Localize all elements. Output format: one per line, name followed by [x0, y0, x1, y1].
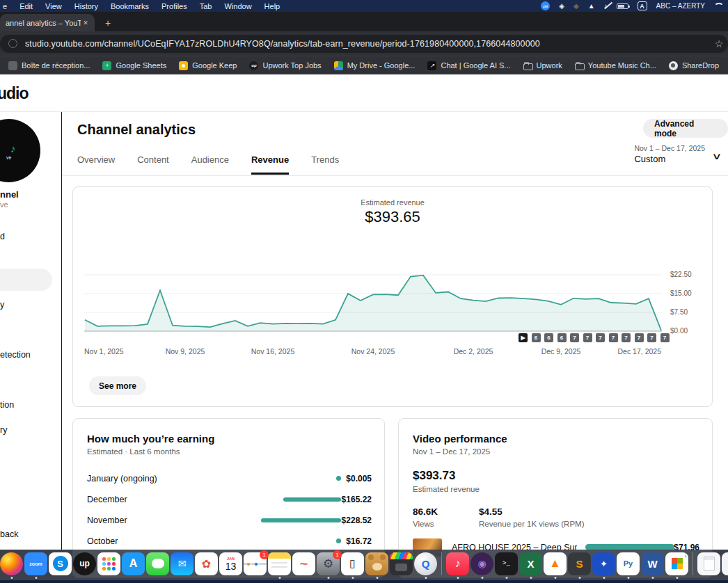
video-marker-badge[interactable]: 7: [583, 333, 592, 342]
dock-notes[interactable]: [268, 552, 291, 575]
bookmark-keep[interactable]: Google Keep: [179, 61, 237, 70]
dock-quicktime[interactable]: Q: [414, 552, 437, 575]
dock-sublime-text[interactable]: S: [568, 552, 591, 575]
bookmark-upwork[interactable]: upUpwork Top Jobs: [249, 61, 321, 70]
tab-content[interactable]: Content: [137, 154, 169, 175]
video-marker-badge[interactable]: 6: [557, 333, 567, 342]
date-range-picker[interactable]: Nov 1 – Dec 17, 2025 Custom ∨: [634, 144, 705, 164]
dock-excel[interactable]: X: [519, 552, 542, 575]
tab-close-icon[interactable]: ✕: [81, 18, 90, 28]
advanced-mode-button[interactable]: Advanced mode: [643, 119, 728, 138]
revenue-line-chart[interactable]: [84, 262, 662, 333]
dark-status-icon[interactable]: ◆: [573, 1, 579, 10]
menubar-item-edit[interactable]: Edit: [19, 2, 33, 10]
tab-audience[interactable]: Audience: [191, 154, 229, 175]
bookmark-sheets[interactable]: Google Sheets: [102, 61, 166, 70]
bookmark-star-icon[interactable]: ☆: [710, 38, 728, 49]
dock-upwork[interactable]: up: [73, 552, 96, 575]
sidebar-item-analytics-active[interactable]: [0, 269, 52, 291]
dock-firefox[interactable]: [0, 552, 23, 575]
dock-mail[interactable]: ✉: [171, 552, 193, 575]
dock-apple-music[interactable]: ♪: [446, 552, 469, 575]
tab-trends[interactable]: Trends: [311, 154, 339, 175]
menubar-item-profiles[interactable]: Profiles: [161, 2, 187, 10]
dock-system-settings[interactable]: ⚙1: [317, 552, 340, 575]
menubar-item-history[interactable]: History: [74, 2, 98, 10]
video-marker-badge[interactable]: 7: [622, 333, 631, 342]
menubar-item-view[interactable]: View: [45, 2, 62, 10]
video-marker-badge[interactable]: 7: [609, 333, 618, 342]
bookmark-sharedrop[interactable]: ShareDrop: [669, 61, 719, 70]
url-bar[interactable]: studio.youtube.com/channel/UCoEqIFYA17zR…: [0, 35, 728, 53]
dock-calendar[interactable]: JAN13: [219, 552, 242, 575]
dock-reminders[interactable]: 1: [244, 552, 267, 575]
studio-logo[interactable]: udio: [0, 84, 29, 103]
sidebar-item-fragment[interactable]: ry: [0, 425, 7, 435]
menubar-item-window[interactable]: Window: [224, 2, 251, 10]
dock-tunnelbear[interactable]: [365, 552, 388, 575]
vlc-status-icon[interactable]: ▲: [588, 1, 595, 10]
sidebar-item-fragment[interactable]: y: [0, 300, 4, 310]
avatar-note-glyph: ♪: [10, 143, 16, 154]
url-text[interactable]: studio.youtube.com/channel/UCoEqIFYA17zR…: [25, 39, 710, 49]
bookmark-folder[interactable]: Upwork: [523, 61, 562, 70]
bookmark-folder[interactable]: Youtube Music Ch...: [575, 61, 656, 70]
dock-final-cut-pro[interactable]: [390, 552, 413, 575]
dock-blue-app[interactable]: ✦: [592, 552, 615, 575]
zoom-status-icon[interactable]: zm: [541, 1, 550, 10]
dock-partial-icon[interactable]: [722, 552, 728, 575]
video-marker-play-icon[interactable]: ▶: [519, 333, 528, 342]
video-marker-badge[interactable]: 7: [647, 333, 656, 342]
app-menu-fragment[interactable]: e: [3, 2, 7, 10]
wifi-icon[interactable]: [714, 3, 724, 10]
bookmark-chat[interactable]: Chat | Google AI S...: [427, 61, 510, 70]
volume-muted-icon[interactable]: ♪: [604, 1, 608, 10]
dock-downloads-document[interactable]: [697, 552, 720, 575]
diamond-status-icon[interactable]: ◈: [559, 1, 564, 10]
bookmark-inbox[interactable]: Boîte de réception...: [8, 61, 90, 70]
video-marker-badge[interactable]: 7: [660, 333, 670, 342]
sidebar-item-fragment[interactable]: back: [0, 529, 18, 539]
menubar-item-tab[interactable]: Tab: [200, 2, 212, 10]
dock-app-store[interactable]: A: [122, 552, 145, 575]
dock-vlc[interactable]: ▲: [544, 552, 567, 575]
sidebar-item-fragment[interactable]: etection: [0, 350, 31, 360]
battery-charging-icon[interactable]: [617, 3, 628, 9]
sidebar-item-fragment[interactable]: d: [0, 232, 5, 241]
dock-terminal[interactable]: >_: [495, 552, 518, 575]
new-tab-button[interactable]: +: [102, 17, 114, 29]
site-info-icon[interactable]: [8, 39, 17, 48]
video-marker-badge[interactable]: 6: [544, 333, 553, 342]
menubar-item-help[interactable]: Help: [264, 2, 280, 10]
dock-photos[interactable]: ✿: [195, 552, 218, 575]
earnings-row[interactable]: December$165.22: [87, 493, 372, 506]
dock-word[interactable]: W: [641, 552, 664, 575]
video-marker-badge[interactable]: 7: [635, 333, 644, 342]
dock-python-idle[interactable]: Py: [617, 552, 640, 575]
analytics-main: Channel analytics Advanced mode Overview…: [62, 112, 728, 550]
dock-skype[interactable]: S: [49, 552, 72, 575]
dock-microsoft-autoupdate[interactable]: [665, 552, 688, 575]
dock-zoom[interactable]: zoom: [24, 552, 47, 575]
dock-tor-browser[interactable]: ◉: [470, 552, 493, 575]
tab-overview[interactable]: Overview: [77, 154, 115, 175]
dock-iphone-mirroring[interactable]: ▯: [341, 552, 364, 575]
video-marker-badge[interactable]: 7: [596, 333, 605, 342]
tab-revenue[interactable]: Revenue: [251, 154, 289, 175]
earnings-row[interactable]: January (ongoing)$0.005: [87, 472, 372, 486]
video-marker-badge[interactable]: 7: [570, 333, 579, 342]
earnings-row[interactable]: November$228.52: [87, 513, 372, 527]
menubar-item-bookmarks[interactable]: Bookmarks: [111, 2, 149, 10]
browser-tab[interactable]: annel analytics – YouTube S ✕: [0, 14, 95, 31]
sidebar-item-fragment[interactable]: tion: [0, 400, 14, 410]
see-more-button[interactable]: See more: [89, 376, 146, 395]
dock-messages[interactable]: [146, 552, 169, 575]
channel-avatar[interactable]: ♪ ve: [0, 119, 40, 182]
earnings-row[interactable]: October$16.72: [87, 534, 372, 548]
bookmark-drive[interactable]: My Drive - Google...: [334, 61, 416, 70]
dock-freeform[interactable]: ~: [292, 552, 315, 575]
video-marker-badge[interactable]: 6: [532, 333, 541, 342]
dock-launchpad[interactable]: [97, 552, 120, 575]
input-source-badge[interactable]: A: [638, 1, 647, 10]
input-source-label[interactable]: ABC – AZERTY: [656, 1, 705, 10]
